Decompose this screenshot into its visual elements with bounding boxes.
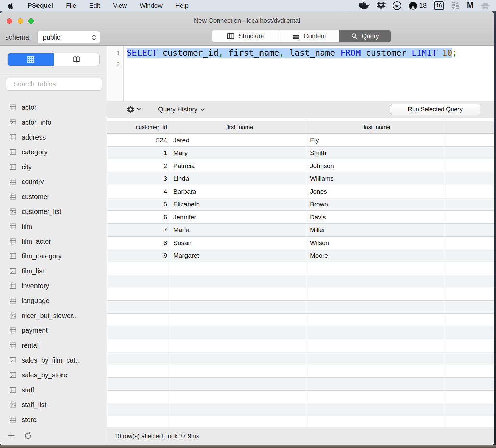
dropbox-icon[interactable] [377, 2, 386, 10]
menubar-item-window[interactable]: Window [140, 2, 163, 9]
column-header-first_name[interactable]: first_name [170, 121, 306, 133]
table-row[interactable]: 4BarbaraJones [107, 185, 494, 198]
menubar-item-file[interactable]: File [66, 2, 76, 9]
cell[interactable]: Jennifer [170, 211, 306, 223]
cell[interactable]: Margaret [170, 249, 306, 262]
table-row[interactable]: 1MarySmith [107, 147, 494, 159]
column-header-extra[interactable] [444, 121, 494, 133]
cell[interactable]: Barbara [170, 185, 306, 198]
spy-hidebar-icon[interactable] [480, 2, 490, 10]
sidebar-item-sales-by-film-cat[interactable]: sales_by_film_cat... [0, 353, 107, 368]
cell[interactable]: Moore [306, 249, 444, 262]
cell[interactable]: Jared [170, 134, 306, 146]
cell[interactable] [444, 172, 494, 185]
cell[interactable] [444, 134, 494, 146]
cell[interactable]: Linda [170, 172, 306, 185]
sidebar-item-rental[interactable]: rental [0, 338, 107, 353]
menubar-item-view[interactable]: View [113, 2, 127, 9]
cell[interactable]: Maria [170, 224, 306, 236]
network-traffic-icon[interactable] [451, 1, 460, 10]
cell[interactable]: 8 [107, 237, 170, 249]
sidebar-item-country[interactable]: country [0, 174, 107, 189]
sidebar-item-staff[interactable]: staff [0, 382, 107, 397]
table-row[interactable]: 7MariaMiller [107, 224, 494, 237]
cell[interactable] [444, 198, 494, 210]
segment-tables[interactable] [8, 53, 54, 66]
sidebar-item-city[interactable]: city [0, 159, 107, 174]
cell[interactable]: Smith [306, 147, 444, 159]
sidebar-item-address[interactable]: address [0, 130, 107, 145]
run-selected-query-button[interactable]: Run Selected Query [390, 104, 480, 115]
cell[interactable] [444, 224, 494, 236]
sidebar-item-store[interactable]: store [0, 412, 107, 427]
sidebar-item-actor-info[interactable]: actor_info [0, 115, 107, 130]
cell[interactable] [444, 159, 494, 172]
sidebar-item-inventory[interactable]: inventory [0, 278, 107, 293]
pie-timer-icon[interactable]: 18 [408, 1, 427, 10]
column-header-customer_id[interactable]: customer_id [107, 121, 170, 133]
cell[interactable]: Miller [306, 224, 444, 236]
cell[interactable] [444, 237, 494, 249]
menubar-item-edit[interactable]: Edit [89, 2, 100, 9]
sidebar-item-film-category[interactable]: film_category [0, 249, 107, 264]
menubar-item-help[interactable]: Help [175, 2, 189, 9]
cell[interactable]: Elizabeth [170, 198, 306, 210]
search-tables-input[interactable] [13, 80, 103, 89]
docker-icon[interactable] [359, 1, 370, 10]
cell[interactable]: Wilson [306, 237, 444, 249]
table-row[interactable]: 2PatriciaJohnson [107, 159, 494, 172]
cell[interactable]: 5 [107, 198, 170, 210]
refresh-button[interactable] [22, 430, 34, 442]
schema-select[interactable]: public [37, 31, 100, 44]
creative-cloud-icon[interactable]: ∞ [393, 1, 401, 10]
cell[interactable]: Patricia [170, 159, 306, 172]
sidebar-item-language[interactable]: language [0, 293, 107, 308]
cell[interactable]: Davis [306, 211, 444, 223]
cell[interactable] [444, 147, 494, 159]
cell[interactable] [444, 185, 494, 198]
calendar-icon[interactable]: 16 [434, 1, 444, 10]
sidebar-item-category[interactable]: category [0, 145, 107, 159]
add-table-button[interactable] [5, 430, 17, 442]
cell[interactable]: 9 [107, 249, 170, 262]
segment-saved-queries[interactable] [54, 53, 100, 66]
sidebar-item-customer[interactable]: customer [0, 189, 107, 204]
cell[interactable]: Susan [170, 237, 306, 249]
cell[interactable]: 4 [107, 185, 170, 198]
cell[interactable]: Ely [306, 134, 444, 146]
sidebar-item-film-list[interactable]: film_list [0, 264, 107, 278]
sidebar-item-customer-list[interactable]: customer_list [0, 204, 107, 219]
cell[interactable]: 3 [107, 172, 170, 185]
cell[interactable]: 6 [107, 211, 170, 223]
table-row[interactable]: 5ElizabethBrown [107, 198, 494, 211]
cell[interactable] [444, 211, 494, 223]
tab-query[interactable]: Query [339, 30, 391, 42]
sidebar-item-actor[interactable]: actor [0, 100, 107, 115]
table-row[interactable]: 3LindaWilliams [107, 172, 494, 185]
cell[interactable]: Johnson [306, 159, 444, 172]
sidebar-item-staff-list[interactable]: staff_list [0, 397, 107, 412]
table-row[interactable]: 6JenniferDavis [107, 211, 494, 224]
column-header-last_name[interactable]: last_name [306, 121, 444, 133]
cell[interactable] [444, 249, 494, 262]
sidebar-item-film-actor[interactable]: film_actor [0, 234, 107, 249]
table-row[interactable]: 9MargaretMoore [107, 249, 494, 262]
sidebar-item-nicer-but-slower[interactable]: nicer_but_slower... [0, 308, 107, 323]
cell[interactable]: Brown [306, 198, 444, 210]
sidebar-item-sales-by-store[interactable]: sales_by_store [0, 368, 107, 382]
apple-menu-icon[interactable] [7, 2, 14, 9]
cell[interactable]: Jones [306, 185, 444, 198]
cell[interactable]: Williams [306, 172, 444, 185]
table-row[interactable]: 524JaredEly [107, 134, 494, 147]
cell[interactable]: 1 [107, 147, 170, 159]
table-row[interactable]: 8SusanWilson [107, 237, 494, 249]
sql-code-area[interactable]: SELECT customer_id, first_name, last_nam… [124, 46, 494, 101]
malwarebytes-icon[interactable]: M [467, 2, 473, 9]
cell[interactable]: Mary [170, 147, 306, 159]
settings-menu-button[interactable] [126, 105, 141, 114]
menubar-app-name[interactable]: PSequel [28, 2, 53, 9]
sidebar-item-film[interactable]: film [0, 219, 107, 234]
cell[interactable]: 7 [107, 224, 170, 236]
sidebar-item-payment[interactable]: payment [0, 323, 107, 338]
tab-structure[interactable]: Structure [212, 30, 279, 42]
